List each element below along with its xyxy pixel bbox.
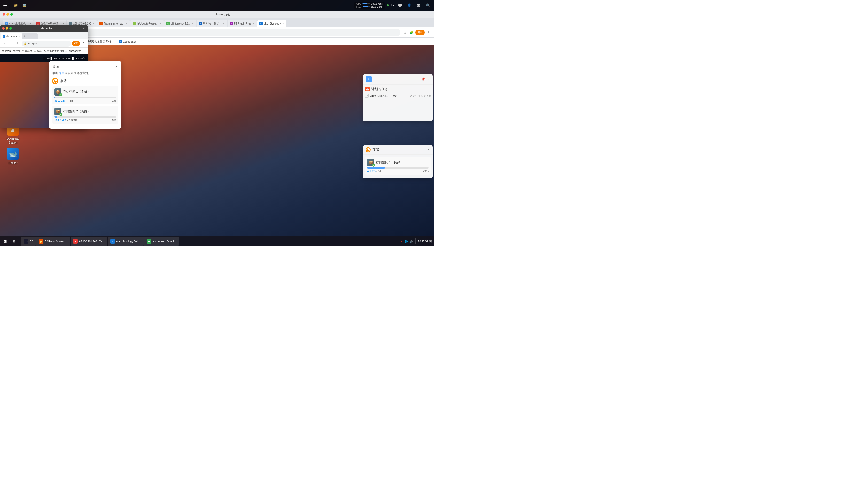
- storage-widget-icon: [366, 147, 371, 152]
- inner-browser-titlebar: abcdocker ⤢: [0, 25, 88, 32]
- dsm-username: ukx: [390, 4, 394, 7]
- explorer-icon: 📁: [39, 239, 43, 244]
- taskbar-clock[interactable]: 10:27:02: [418, 240, 428, 243]
- taskbar-separator-2: [415, 238, 416, 244]
- chrome-tab-6[interactable]: q qBittorrent v4.1... ✕: [164, 20, 196, 27]
- storage-check-1: ✓: [59, 93, 62, 96]
- right-storage-used-1: 4.1 TB / 14 TB: [367, 170, 386, 173]
- ram-value: 29.2 MB/s: [371, 6, 382, 8]
- inner-bookmark-pt-down[interactable]: pt-down: [2, 49, 11, 52]
- tab-close-8[interactable]: ✕: [253, 22, 255, 25]
- dsm-user-btn[interactable]: 👤: [406, 2, 413, 9]
- inner-bookmark-server[interactable]: server: [13, 49, 20, 52]
- tab-close-1[interactable]: ✕: [29, 22, 32, 25]
- inner-bookmark-abcdocker[interactable]: abcdocker: [69, 49, 81, 52]
- inner-min-btn[interactable]: [6, 27, 8, 30]
- inner-close-btn[interactable]: [2, 27, 5, 30]
- notif-link[interactable]: 这里: [59, 71, 64, 74]
- tab-close-9[interactable]: ✕: [282, 22, 284, 25]
- right-storage-cube-1: 📦 ✓: [367, 159, 374, 166]
- tray-icon-2[interactable]: 🌐: [404, 239, 408, 243]
- task-checkbox-1[interactable]: ☑: [365, 94, 369, 98]
- widget-header: + − 📌 ›: [363, 74, 433, 85]
- menu-button[interactable]: ⋮: [426, 30, 431, 35]
- svg-rect-1: [3, 5, 7, 6]
- chrome-tab-4[interactable]: T Transmission W... ✕: [97, 20, 130, 27]
- inner-address-bar[interactable]: 🔒 nas.frps.cn: [22, 41, 71, 47]
- taskbar-item-chrome[interactable]: G abcdocker - Googl...: [144, 237, 179, 246]
- taskbar-item-explorer[interactable]: 📁 C:\Users\Administ...: [36, 237, 70, 246]
- inner-back-btn[interactable]: ‹: [2, 41, 7, 46]
- new-tab-button[interactable]: +: [287, 21, 293, 27]
- dsm-content-area: 套件中心 📁 File Station 🌈 Synology Photos: [0, 11, 434, 236]
- tray-icon-3[interactable]: 🔊: [409, 239, 413, 243]
- minimize-button[interactable]: [6, 13, 9, 16]
- storage-used-2: 185.4 GB / 3.5 TB: [54, 119, 77, 122]
- widget-add-btn[interactable]: +: [366, 76, 372, 82]
- taskbar-item-synology[interactable]: S ukx - Synology Disk...: [108, 237, 144, 246]
- taskbar-right-area: 🔺 🌐 🔊 10:27:02 英: [397, 238, 434, 244]
- inner-max-btn[interactable]: [9, 27, 12, 30]
- storage-cube-2: 📦 ✓: [54, 108, 61, 115]
- maximize-button[interactable]: [10, 13, 13, 16]
- inner-bookmark-classic[interactable]: 经典港片_电影港: [22, 49, 42, 53]
- inner-tab-1-active[interactable]: a abcdocker ✕: [1, 33, 22, 40]
- dsm-apps-btn[interactable]: ⊞: [415, 2, 422, 9]
- storage-percent-2: 5%: [112, 119, 116, 122]
- inner-dsm-menu[interactable]: ☰: [2, 57, 4, 60]
- dsm-app2-btn[interactable]: 🖼️: [20, 1, 28, 9]
- inner-browser-expand[interactable]: ⤢: [82, 26, 86, 30]
- tab-close-7[interactable]: ✕: [223, 22, 225, 25]
- inner-forward-btn[interactable]: ›: [8, 41, 14, 46]
- taskbar-item-cmd[interactable]: C:\ C:\: [21, 237, 36, 246]
- chrome-tab-7[interactable]: H HDSky :: 种子... ✕: [197, 20, 227, 27]
- bookmark-abcdocker[interactable]: a abcdocker: [118, 39, 137, 44]
- widget-close-panel-btn[interactable]: ›: [426, 77, 430, 81]
- taskbar-search-btn[interactable]: ⊟: [10, 238, 18, 245]
- notif-close-btn[interactable]: ✕: [114, 65, 118, 69]
- inner-browser-toolbar: ‹ › ↻ 🔒 nas.frps.cn 更新 ⋮: [0, 40, 88, 48]
- chrome-tab-9-active[interactable]: u ukx - Synology ✕: [257, 20, 287, 27]
- chrome-tab-8[interactable]: P PT-Plugin-Plus ✕: [228, 20, 257, 27]
- dsm-search-btn[interactable]: 🔍: [424, 2, 431, 9]
- inner-reload-btn[interactable]: ↻: [15, 41, 21, 46]
- taskbar-item-xs-label: 65.108.201.163 - Xs...: [79, 240, 104, 243]
- task-icon: 📅: [365, 87, 370, 91]
- inner-update-btn[interactable]: 更新: [72, 41, 80, 46]
- tray-icon-1[interactable]: 🔺: [399, 239, 403, 243]
- tab-label-2: 想收个448,神墨...: [41, 22, 61, 25]
- tab-label-5: IYUUAutoResee...: [137, 22, 158, 25]
- inner-bookmark-b2[interactable]: b2美化之首页四格...: [44, 49, 67, 53]
- windows-start-btn[interactable]: ⊞: [1, 237, 9, 245]
- desktop-icon-docker2[interactable]: 🐋 Docker: [3, 147, 23, 166]
- inner-traffic-lights: [2, 27, 12, 30]
- inner-lock-icon: 🔒: [24, 42, 27, 45]
- tab-close-3[interactable]: ✕: [93, 22, 95, 25]
- inner-menu-btn[interactable]: ⋮: [81, 41, 86, 46]
- synology-icon: S: [110, 239, 115, 244]
- storage-panel-scroll[interactable]: ›: [427, 148, 430, 151]
- inner-tab-new[interactable]: +: [22, 33, 38, 40]
- tab-close-5[interactable]: ✕: [160, 22, 162, 25]
- dsm-chat-btn[interactable]: 💬: [396, 2, 404, 9]
- close-button[interactable]: [3, 13, 5, 16]
- widget-minimize-btn[interactable]: −: [416, 77, 420, 81]
- taskbar-language-indicator[interactable]: 英: [429, 239, 432, 243]
- inner-toolbar-actions: 更新 ⋮: [72, 41, 86, 46]
- inner-browser-title: abcdocker: [13, 27, 80, 30]
- tab-close-4[interactable]: ✕: [126, 22, 128, 25]
- dsm-menu-button[interactable]: [0, 0, 11, 11]
- cmd-icon: C:\: [24, 239, 28, 244]
- update-button[interactable]: 更新: [415, 30, 425, 35]
- inner-tab-add-label: +: [24, 35, 25, 38]
- widget-pin-btn[interactable]: 📌: [421, 77, 425, 81]
- tab-close-6[interactable]: ✕: [192, 22, 194, 25]
- bookmark-star[interactable]: ☆: [402, 30, 408, 35]
- taskbar-item-xs[interactable]: X 65.108.201.163 - Xs...: [70, 237, 107, 246]
- chrome-tab-5[interactable]: I IYUUAutoResee... ✕: [130, 20, 164, 27]
- extensions-btn[interactable]: 🧩: [409, 30, 414, 35]
- dsm-file-station-btn[interactable]: 📁: [12, 1, 20, 9]
- tab-close-2[interactable]: ✕: [62, 22, 64, 25]
- inner-tab-close-1[interactable]: ✕: [18, 35, 20, 38]
- storage-name-1: 存储空间 1（良好）: [63, 90, 90, 94]
